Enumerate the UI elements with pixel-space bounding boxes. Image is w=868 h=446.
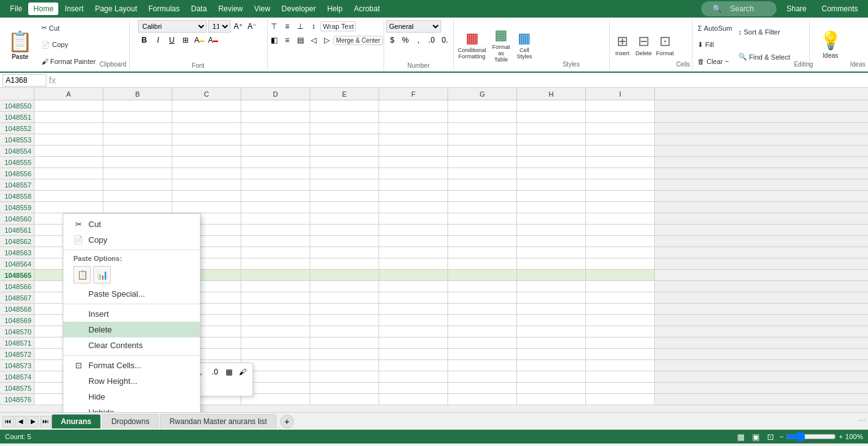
align-bottom-button[interactable]: ⊥: [294, 20, 306, 33]
grid-cell[interactable]: [379, 304, 448, 314]
row-number[interactable]: 1048551: [0, 112, 34, 122]
grid-cell[interactable]: [310, 225, 379, 235]
grid-cell[interactable]: [379, 292, 448, 303]
grid-cell[interactable]: [34, 146, 103, 156]
font-color-button[interactable]: A▬: [207, 34, 219, 46]
grid-cell[interactable]: [310, 349, 379, 359]
grid-cell[interactable]: [379, 112, 448, 122]
grid-cell[interactable]: [448, 337, 517, 348]
row-number[interactable]: 1048559: [0, 202, 34, 213]
row-number[interactable]: 1048558: [0, 191, 34, 201]
grid-cell[interactable]: [517, 337, 586, 348]
paste-option-2[interactable]: 📊: [93, 266, 111, 284]
formula-input[interactable]: [58, 74, 865, 87]
share-button[interactable]: Share: [782, 3, 812, 15]
text-direction-button[interactable]: ↕: [307, 20, 320, 33]
grid-cell[interactable]: [34, 123, 103, 134]
menu-insert[interactable]: Insert: [60, 3, 88, 15]
grid-cell[interactable]: [517, 270, 586, 280]
context-format-cells[interactable]: ⊡ Format Cells...: [63, 358, 200, 373]
grid-cell[interactable]: [379, 100, 448, 111]
grid-cell[interactable]: [379, 281, 448, 292]
grid-cell[interactable]: [241, 337, 310, 348]
context-paste-special[interactable]: Paste Special...: [63, 286, 200, 302]
grid-cell[interactable]: [448, 225, 517, 235]
grid-cell[interactable]: [34, 100, 103, 111]
row-number[interactable]: 1048571: [0, 337, 34, 348]
grid-cell[interactable]: [103, 112, 172, 122]
menu-home[interactable]: Home: [28, 3, 58, 15]
grid-cell[interactable]: [379, 315, 448, 326]
grid-cell[interactable]: [517, 292, 586, 303]
grid-cell[interactable]: [448, 304, 517, 314]
context-hide[interactable]: Hide: [63, 389, 200, 405]
grid-cell[interactable]: [103, 100, 172, 111]
page-layout-view-button[interactable]: ▣: [750, 432, 761, 442]
row-number[interactable]: 1048566: [0, 281, 34, 292]
menu-file[interactable]: File: [5, 3, 27, 15]
grid-cell[interactable]: [241, 236, 310, 247]
grid-cell[interactable]: [241, 134, 310, 145]
underline-button[interactable]: U: [165, 34, 178, 46]
grid-cell[interactable]: [310, 281, 379, 292]
grid-cell[interactable]: [310, 394, 379, 405]
grid-cell[interactable]: [517, 202, 586, 213]
grid-cell[interactable]: [103, 168, 172, 179]
add-sheet-button[interactable]: +: [280, 415, 294, 428]
grid-cell[interactable]: [586, 202, 655, 213]
grid-cell[interactable]: [379, 157, 448, 167]
grid-cell[interactable]: [379, 123, 448, 134]
grid-cell[interactable]: [241, 157, 310, 167]
row-number[interactable]: 1048567: [0, 292, 34, 303]
sort-filter-button[interactable]: ↕ Sort & Filter: [736, 27, 792, 37]
table-row[interactable]: 1048551: [0, 112, 868, 123]
grid-cell[interactable]: [241, 270, 310, 280]
font-name-select[interactable]: Calibri: [138, 20, 207, 33]
grid-cell[interactable]: [448, 247, 517, 258]
format-painter-button[interactable]: 🖌 Format Painter: [39, 56, 98, 66]
grid-cell[interactable]: [379, 179, 448, 190]
grid-cell[interactable]: [586, 304, 655, 314]
italic-button[interactable]: I: [152, 34, 164, 46]
sheet-tab-dropdowns[interactable]: Dropdowns: [102, 414, 159, 428]
grid-cell[interactable]: [586, 168, 655, 179]
autosum-button[interactable]: Σ AutoSum: [695, 23, 735, 33]
grid-cell[interactable]: [172, 202, 241, 213]
page-break-view-button[interactable]: ⊡: [765, 432, 776, 442]
grid-cell[interactable]: [34, 202, 103, 213]
grid-cell[interactable]: [310, 168, 379, 179]
col-header-h[interactable]: H: [517, 88, 586, 100]
fill-color-button[interactable]: A▬: [193, 34, 206, 46]
grid-cell[interactable]: [517, 371, 586, 382]
row-number[interactable]: 1048556: [0, 168, 34, 179]
grid-cell[interactable]: [448, 157, 517, 167]
grid-cell[interactable]: [448, 383, 517, 393]
zoom-range[interactable]: [786, 432, 836, 442]
context-copy[interactable]: 📄 Copy: [63, 232, 200, 248]
row-number[interactable]: 1048555: [0, 157, 34, 167]
grid-cell[interactable]: [517, 258, 586, 269]
grid-cell[interactable]: [586, 100, 655, 111]
wrap-text-button[interactable]: Wrap Text: [320, 21, 356, 31]
grid-cell[interactable]: [517, 134, 586, 145]
grid-cell[interactable]: [448, 326, 517, 337]
grid-cell[interactable]: [241, 225, 310, 235]
grid-cell[interactable]: [448, 179, 517, 190]
fill-button[interactable]: ⬇ Fill: [695, 40, 735, 50]
grid-cell[interactable]: [517, 349, 586, 359]
menu-review[interactable]: Review: [213, 3, 248, 15]
grid-cell[interactable]: [310, 157, 379, 167]
grid-cell[interactable]: [448, 371, 517, 382]
grid-cell[interactable]: [448, 315, 517, 326]
grid-cell[interactable]: [448, 236, 517, 247]
grid-cell[interactable]: [310, 326, 379, 337]
grid-cell[interactable]: [517, 168, 586, 179]
grid-cell[interactable]: [517, 112, 586, 122]
context-insert[interactable]: Insert: [63, 306, 200, 322]
menu-view[interactable]: View: [249, 3, 276, 15]
grid-cell[interactable]: [586, 337, 655, 348]
font-shrink-button[interactable]: A⁻: [246, 20, 258, 33]
align-right-button[interactable]: ▤: [294, 34, 306, 46]
context-unhide[interactable]: Unhide: [63, 405, 200, 412]
search-input[interactable]: [730, 4, 780, 13]
